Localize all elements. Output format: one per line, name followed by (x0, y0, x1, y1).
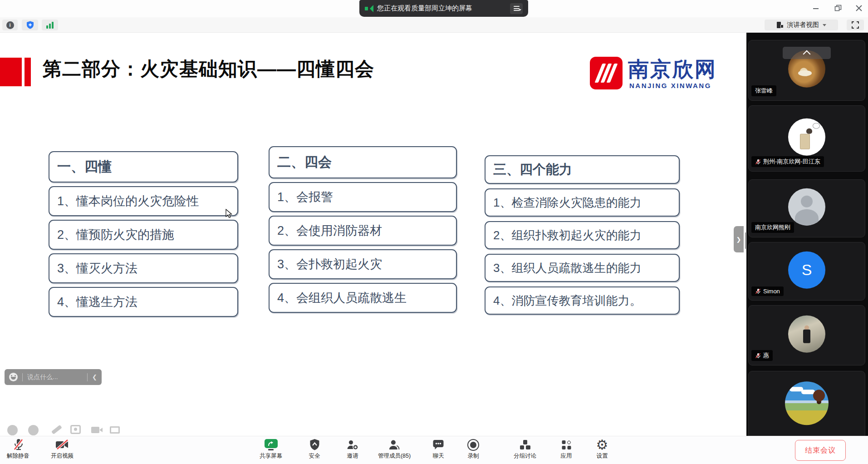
slide-box: 2、组织扑救初起火灾的能力 (485, 221, 680, 249)
sidebar-collapse-handle[interactable]: ❯ (734, 226, 744, 252)
meeting-status-bar: i 32:16 演讲者视图 (0, 17, 868, 33)
column-header: 一、四懂 (49, 151, 238, 183)
annotation-tool-icon[interactable] (7, 425, 18, 435)
settings-button[interactable]: ⚙ 设置 (596, 438, 608, 460)
end-meeting-button[interactable]: 结束会议 (795, 440, 846, 461)
start-video-label: 开启视频 (51, 452, 74, 460)
avatar-initial: S (788, 251, 825, 288)
share-screen-label: 共享屏幕 (260, 452, 282, 460)
unmute-label: 解除静音 (7, 452, 29, 460)
security-shield-icon (309, 439, 320, 451)
chat-button[interactable]: 聊天 (433, 438, 444, 460)
record-label: 录制 (468, 452, 479, 460)
invite-label: 邀请 (347, 452, 358, 460)
slide-box: 3、组织人员疏散逃生的能力 (485, 254, 680, 282)
monitor-icon[interactable] (110, 426, 120, 434)
minimize-button[interactable] (809, 2, 823, 15)
share-screen-icon (265, 439, 278, 450)
video-icon[interactable] (91, 427, 99, 433)
apps-label: 应用 (561, 452, 572, 460)
avatar (788, 118, 825, 156)
mic-muted-icon (755, 353, 761, 359)
column-header: 三、四个能力 (485, 155, 680, 184)
restore-button[interactable] (831, 2, 845, 15)
unmute-button[interactable]: 解除静音 (7, 438, 29, 460)
share-screen-button[interactable]: 共享屏幕 (260, 438, 282, 460)
shared-screen-area: 第二部分：火灾基础知识——四懂四会 南京欣网 NANJING XINWANG 一… (0, 33, 746, 436)
participant-name: Simon (763, 288, 780, 295)
security-label: 安全 (309, 452, 320, 460)
participant-name: 张雷峰 (755, 87, 773, 95)
participant-name: 荆州-南京欣网-田江东 (763, 158, 820, 166)
chat-quick-bar: 说点什么... ❮ (5, 369, 102, 385)
chat-label: 聊天 (433, 452, 444, 460)
slide-box: 1、检查消除火灾隐患的能力 (485, 188, 680, 217)
start-video-button[interactable]: 开启视频 (51, 438, 74, 460)
info-icon: i (6, 21, 14, 29)
camera-off-icon (55, 439, 69, 450)
participant-name: 惠 (763, 351, 769, 360)
fullscreen-button[interactable] (847, 20, 864, 30)
participant-tile[interactable]: 荆州-南京欣网-田江东 (748, 105, 865, 172)
slide-column-sigenengli: 三、四个能力 1、检查消除火灾隐患的能力 2、组织扑救初起火灾的能力 3、组织人… (485, 155, 680, 315)
mic-muted-icon (755, 288, 761, 294)
participant-tile[interactable]: 惠 (748, 305, 865, 365)
participant-tile[interactable]: 南京欣网熊刚 (748, 179, 865, 237)
fullscreen-icon (852, 21, 859, 29)
shield-plus-icon (26, 21, 34, 29)
slide-red-bar (25, 58, 31, 86)
invite-person-icon (347, 439, 359, 451)
meeting-info-button[interactable]: i (2, 20, 18, 30)
participant-tile[interactable] (748, 371, 865, 436)
chat-input[interactable]: 说点什么... (27, 373, 83, 381)
screenshot-icon[interactable] (70, 425, 81, 434)
security-button[interactable]: 安全 (309, 438, 320, 460)
slide-box: 3、懂灭火方法 (49, 253, 238, 283)
slide-box: 1、会报警 (269, 182, 457, 212)
banner-menu-icon[interactable] (510, 3, 523, 14)
network-quality-button[interactable] (42, 20, 58, 30)
record-icon (467, 439, 479, 451)
scroll-up-button[interactable] (783, 47, 831, 59)
close-button[interactable] (852, 2, 866, 15)
annotation-tools-row (7, 425, 143, 436)
chat-collapse-icon[interactable]: ❮ (92, 374, 97, 380)
participant-tile[interactable]: 张雷峰 (748, 40, 865, 101)
record-button[interactable]: 录制 (467, 438, 479, 460)
avatar (785, 381, 829, 425)
avatar-placeholder (788, 188, 825, 226)
screen-share-banner: 您正在观看质量部周立坤的屏幕 (359, 0, 528, 17)
security-shield-button[interactable] (22, 20, 38, 30)
divider (22, 373, 23, 381)
members-icon (388, 439, 400, 451)
speaker-audio-icon (365, 5, 373, 12)
apps-button[interactable]: 应用 (561, 438, 572, 460)
breakout-label: 分组讨论 (514, 452, 536, 460)
invite-button[interactable]: 邀请 (347, 438, 359, 460)
banner-text: 您正在观看质量部周立坤的屏幕 (377, 4, 472, 13)
slide-box: 4、懂逃生方法 (49, 287, 238, 317)
mouse-cursor (226, 209, 233, 219)
manage-members-button[interactable]: 管理成员(85) (378, 438, 411, 460)
slide-red-block (0, 58, 22, 86)
chevron-down-icon (823, 24, 826, 28)
members-label: 管理成员(85) (378, 452, 411, 460)
signal-bars-icon (46, 22, 54, 29)
emoji-icon[interactable] (9, 373, 18, 381)
annotation-tool-icon[interactable] (28, 425, 39, 435)
slide-box: 2、懂预防火灾的措施 (49, 220, 238, 250)
divider (87, 373, 88, 381)
minimize-icon (813, 5, 819, 11)
company-logo-cn: 南京欣网 (628, 55, 717, 84)
pencil-icon[interactable] (51, 425, 62, 434)
participant-tile[interactable]: S Simon (748, 242, 865, 301)
breakout-icon (520, 440, 530, 449)
restore-icon (834, 5, 842, 12)
slide-box: 2、会使用消防器材 (269, 216, 457, 246)
slide-box: 3、会扑救初起火灾 (269, 249, 457, 279)
close-icon (856, 5, 862, 11)
sidebar-grip (745, 232, 746, 249)
slide-box: 4、消防宣传教育培训能力。 (485, 286, 680, 315)
breakout-rooms-button[interactable]: 分组讨论 (514, 438, 536, 460)
view-mode-selector[interactable]: 演讲者视图 (765, 20, 838, 30)
